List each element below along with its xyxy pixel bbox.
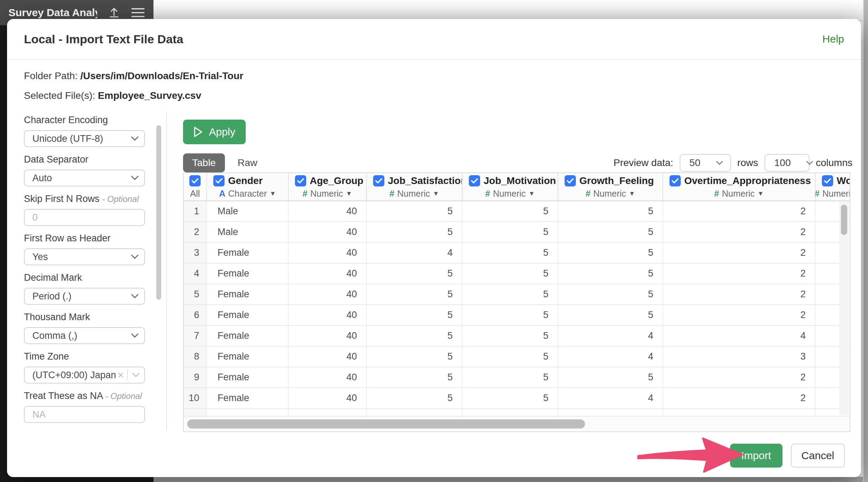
column-type[interactable]: Numeri [822,189,850,199]
column-name: Job_Motivation [484,175,556,186]
column-header-gender: GenderACharacter▼ [207,173,289,201]
column-type[interactable]: Numeric [593,189,626,199]
horizontal-scrollbar[interactable] [184,417,850,431]
cell-growth_feeling: 5 [558,201,663,221]
column-type[interactable]: Numeric [397,189,430,199]
field-skip-first-n-rows[interactable]: 0 [24,209,145,226]
check-icon [375,178,382,184]
column-type[interactable]: Numeric [493,189,526,199]
row-number: 10 [184,388,207,408]
field-thousand-mark[interactable]: Comma (,) [24,327,145,344]
column-checkbox[interactable] [295,175,306,186]
chevron-down-icon [131,176,139,180]
column-checkbox[interactable] [669,175,681,186]
type-dropdown-caret[interactable]: ▼ [629,190,635,197]
dialog-title: Local - Import Text File Data [24,32,183,46]
row-number: 8 [184,347,207,367]
check-icon [297,178,304,184]
cell-job_satisfaction: 5 [367,222,463,242]
field-character-encoding[interactable]: Unicode (UTF-8) [24,130,145,147]
chevron-down-icon [131,136,139,141]
cell-overtime_appropriateness: 2 [663,243,816,263]
row-number: 9 [184,367,207,387]
column-checkbox[interactable] [565,175,576,186]
field-first-row-as-header[interactable]: Yes [24,248,145,265]
table-row: 5Female405552 [184,284,850,305]
cell-job_satisfaction: 5 [367,201,463,221]
window-scrollbar[interactable] [863,0,868,482]
select-value: Period (.) [32,291,71,302]
cell-gender: Female [207,305,289,325]
column-header-job_motivation: Job_Motivation#Numeric▼ [463,173,558,201]
upload-icon[interactable] [108,6,120,19]
horizontal-scrollbar-thumb[interactable] [187,419,585,429]
type-dropdown-caret[interactable]: ▼ [346,190,352,197]
type-dropdown-caret[interactable]: ▼ [270,190,276,197]
row-number: 7 [184,326,207,346]
preview-area: Apply Table Raw Preview data: 50 rows 10… [166,111,861,434]
cell-overtime_appropriateness: 3 [663,347,816,367]
column-checkbox[interactable] [822,175,833,186]
column-checkbox[interactable] [213,175,225,186]
column-name: Growth_Feeling [579,175,654,186]
column-type[interactable]: Numeric [722,189,755,199]
menu-icon[interactable] [131,7,145,18]
cell-growth_feeling: 4 [558,326,663,346]
table-row: 9Female405552 [184,367,850,388]
row-number: 4 [184,264,207,284]
sidebar-scrollbar[interactable] [156,125,161,300]
cell-age_group: 40 [289,388,367,408]
field-label-decimal-mark: Decimal Mark [24,272,145,284]
field-time-zone[interactable]: (UTC+09:00) Japan× [24,367,145,383]
input-placeholder: 0 [32,212,38,223]
type-dropdown-caret[interactable]: ▼ [529,190,535,197]
check-icon [471,178,478,184]
column-type[interactable]: Numeric [310,189,343,199]
cell-job_satisfaction: 5 [367,284,463,304]
numeric-type-icon: # [714,189,719,199]
numeric-type-icon: # [816,189,819,199]
tab-raw[interactable]: Raw [238,157,257,169]
row-number: 3 [184,243,207,263]
optional-tag: - Optional [102,194,139,204]
check-icon [824,178,831,184]
field-decimal-mark[interactable]: Period (.) [24,288,145,305]
page-background-bottom [153,477,868,482]
field-treat-these-as-na[interactable]: NA [24,406,145,423]
numeric-type-icon: # [485,189,490,199]
select-value: Comma (,) [32,330,77,341]
column-checkbox[interactable] [469,175,480,186]
field-label-first-row-as-header: First Row as Header [24,233,145,244]
column-type[interactable]: Character [228,189,267,199]
field-data-separator[interactable]: Auto [24,170,145,186]
field-label-thousand-mark: Thousand Mark [24,312,145,323]
type-dropdown-caret[interactable]: ▼ [757,190,764,197]
clear-icon[interactable]: × [116,369,127,381]
preview-rows-select[interactable]: 50 [680,154,731,172]
field-label-data-separator: Data Separator [24,154,145,165]
select-value: Auto [32,173,52,184]
cell-job_satisfaction: 5 [367,326,463,346]
cell-job_motivation: 5 [463,243,558,263]
cell-overtime_appropriateness: 2 [663,388,816,408]
cell-overtime_appropriateness: 4 [663,326,816,346]
table-row: 4Female405552 [184,264,850,284]
cell-growth_feeling: 5 [558,284,663,304]
select-all-checkbox[interactable] [189,175,201,186]
cell-gender: Male [207,201,289,221]
preview-columns-select[interactable]: 100 [765,154,810,172]
cell-age_group: 40 [289,367,367,387]
type-dropdown-caret[interactable]: ▼ [433,190,439,197]
cell [558,409,663,416]
cancel-button[interactable]: Cancel [791,444,845,468]
field-label-skip-first-n-rows: Skip First N Rows - Optional [24,194,145,205]
column-header-growth_feeling: Growth_Feeling#Numeric▼ [558,173,663,201]
tab-table[interactable]: Table [183,153,225,172]
vertical-scrollbar[interactable] [839,202,849,415]
column-checkbox[interactable] [373,175,384,186]
table-body: 1Male4055522Male4055523Female4045524Fema… [184,201,850,417]
vertical-scrollbar-thumb[interactable] [841,205,847,235]
apply-button[interactable]: Apply [183,120,246,144]
help-link[interactable]: Help [822,33,844,45]
row-number: 2 [184,222,207,242]
